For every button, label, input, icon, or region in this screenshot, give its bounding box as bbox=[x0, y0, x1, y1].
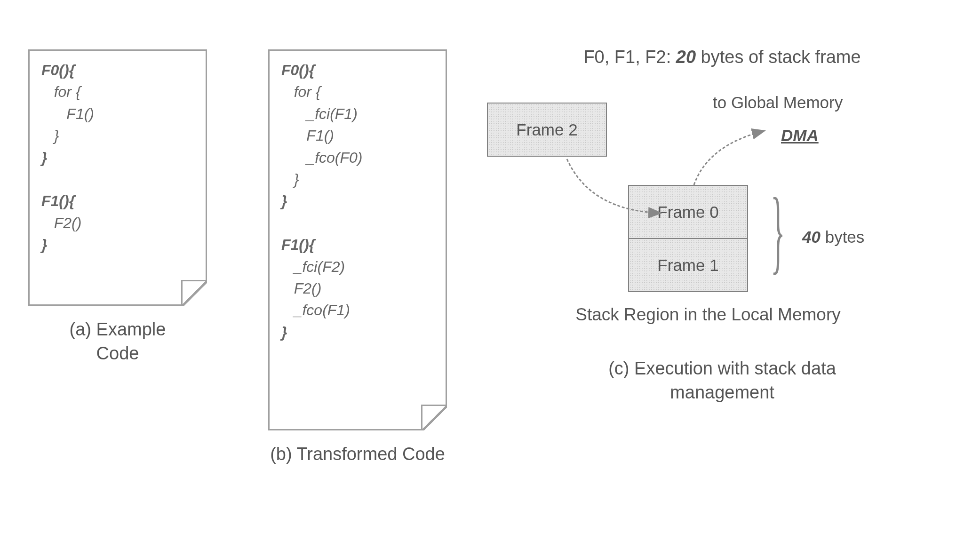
code-line: _fci(F2) bbox=[281, 256, 434, 278]
frame-2-label: Frame 2 bbox=[516, 120, 577, 139]
frame-0-label: Frame 0 bbox=[657, 203, 718, 222]
code-line: F0(){ bbox=[41, 59, 194, 81]
caption-c: (c) Execution with stack data management bbox=[482, 357, 962, 405]
code-line: } bbox=[281, 190, 434, 212]
code-line: } bbox=[281, 168, 434, 190]
panel-a: F0(){ for { F1() }} F1(){ F2()} (a) Exam… bbox=[28, 49, 207, 366]
code-line: F1() bbox=[41, 103, 194, 125]
code-line: F2() bbox=[281, 278, 434, 299]
topline: F0, F1, F2: 20 bytes of stack frame bbox=[482, 47, 962, 67]
topline-bytes: 20 bbox=[676, 47, 696, 67]
topline-suffix: bytes of stack frame bbox=[696, 47, 861, 67]
bytes-suffix: bytes bbox=[821, 228, 864, 246]
code-lines-a: F0(){ for { F1() }} F1(){ F2()} bbox=[41, 59, 194, 256]
bytes-label: 40 bytes bbox=[802, 228, 864, 247]
frame-2-box: Frame 2 bbox=[487, 103, 607, 157]
code-line bbox=[281, 212, 434, 234]
code-line bbox=[41, 168, 194, 190]
panel-c: F0, F1, F2: 20 bytes of stack frame to G… bbox=[482, 47, 962, 405]
code-line: _fci(F1) bbox=[281, 103, 434, 125]
dma-label: DMA bbox=[781, 126, 819, 145]
global-memory-label: to Global Memory bbox=[713, 93, 843, 112]
stack-region-label: Stack Region in the Local Memory bbox=[520, 305, 896, 325]
code-line: for { bbox=[41, 81, 194, 103]
code-box-b: F0(){ for { _fci(F1) F1() _fco(F0) }} F1… bbox=[268, 49, 447, 430]
code-line: F1(){ bbox=[41, 190, 194, 212]
code-line: for { bbox=[281, 81, 434, 103]
frame-1-label: Frame 1 bbox=[657, 256, 718, 275]
code-line: _fco(F0) bbox=[281, 147, 434, 168]
bytes-number: 40 bbox=[802, 228, 821, 246]
topline-prefix: F0, F1, F2: bbox=[583, 47, 676, 67]
code-line: F1(){ bbox=[281, 234, 434, 255]
code-line: _fco(F1) bbox=[281, 299, 434, 321]
code-line: F2() bbox=[41, 212, 194, 234]
caption-b: (b) Transformed Code bbox=[268, 442, 447, 466]
code-line: F1() bbox=[281, 125, 434, 146]
panel-b: F0(){ for { _fci(F1) F1() _fco(F0) }} F1… bbox=[268, 49, 447, 466]
caption-a: (a) Example Code bbox=[28, 318, 207, 366]
code-line: F0(){ bbox=[281, 59, 434, 81]
code-lines-b: F0(){ for { _fci(F1) F1() _fco(F0) }} F1… bbox=[281, 59, 434, 343]
code-line: } bbox=[41, 125, 194, 146]
brace-icon: } bbox=[771, 176, 785, 285]
code-line: } bbox=[281, 321, 434, 343]
code-box-a: F0(){ for { F1() }} F1(){ F2()} bbox=[28, 49, 207, 306]
execution-diagram: to Global Memory DMA Frame 2 Frame 0 Fra… bbox=[482, 88, 962, 333]
frame-1-box: Frame 1 bbox=[628, 238, 748, 292]
frame-0-box: Frame 0 bbox=[628, 185, 748, 239]
code-line: } bbox=[41, 147, 194, 168]
code-line: } bbox=[41, 234, 194, 255]
